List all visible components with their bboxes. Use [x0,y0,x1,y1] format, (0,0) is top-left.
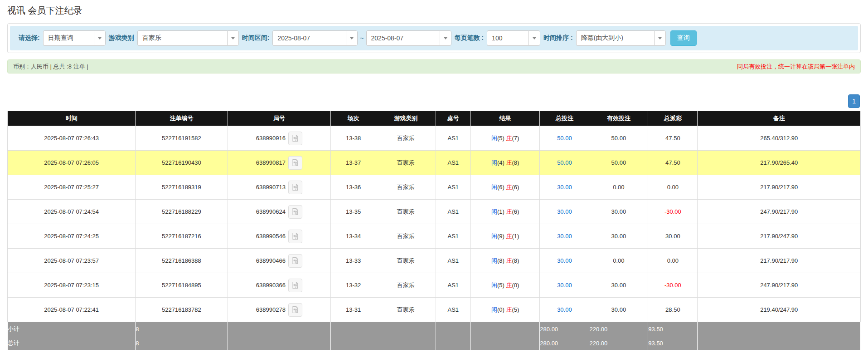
video-replay-button[interactable] [288,181,302,194]
video-replay-button[interactable] [288,254,302,268]
col-game-category: 游戏类别 [376,111,436,126]
table-row: 2025-08-07 07:24:25 522716187216 6389905… [8,224,861,249]
round-cell: 638990916 [228,126,331,151]
time-sort-select[interactable]: 降冪(由大到小) [576,30,666,46]
total-bet-link[interactable]: 50.00 [540,151,589,175]
game-category-label: 游戏类别 [109,34,134,42]
table-number: AS1 [436,151,470,175]
result-cell: 闲(8) 庄(8) [470,249,539,273]
chevron-down-icon[interactable] [227,30,239,46]
session: 13-31 [331,298,376,322]
date-from-value: 2025-08-07 [272,30,346,46]
bet-records-table: 时间 注单编号 局号 场次 游戏类别 桌号 结果 总投注 有效投注 总派彩 备注… [7,111,861,350]
table-body: 2025-08-07 07:26:43 522716191582 6389909… [8,126,861,322]
table-row: 2025-08-07 07:22:41 522716183782 6389902… [8,298,861,322]
session: 13-34 [331,224,376,249]
banker-result: 庄 [506,233,512,240]
result-cell: 闲(6) 庄(6) [470,175,539,200]
chevron-down-icon[interactable] [529,30,540,46]
player-result: 闲 [491,159,497,166]
chevron-down-icon[interactable] [440,30,451,46]
remark: 217.90/247.90 [698,224,861,249]
session: 13-38 [331,126,376,151]
table-row: 2025-08-07 07:26:05 522716190430 6389908… [8,151,861,175]
empty-cell [331,336,376,350]
video-file-icon [291,159,299,167]
video-replay-button[interactable] [288,303,302,317]
banker-result: 庄 [506,257,512,264]
banker-score: (0) [512,282,519,289]
bet-time: 2025-08-07 07:26:43 [8,126,136,151]
page-size-select[interactable]: 100 [487,30,540,46]
remark: 217.90/217.90 [698,175,861,200]
banker-score: (8) [512,159,519,166]
banker-score: (5) [512,306,519,313]
subtotal-row: 小计 8 280.00 220.00 93.50 [8,322,861,336]
empty-cell [698,322,861,336]
banker-score: (6) [512,208,519,215]
remark: 217.90/217.90 [698,249,861,273]
total-row: 总计 8 280.00 220.00 93.50 [8,336,861,350]
video-replay-button[interactable] [288,132,302,145]
date-to-select[interactable]: 2025-08-07 [366,30,451,46]
remark: 265.40/312.90 [698,126,861,151]
search-button[interactable]: 查询 [670,30,697,46]
payout: -30.00 [648,273,698,298]
round-id: 638990713 [256,184,286,191]
round-cell: 638990817 [228,151,331,175]
round-cell: 638990624 [228,200,331,224]
round-id: 638990466 [256,257,286,264]
empty-cell [228,336,331,350]
info-bar: 币别：人民币 | 总共 :8 注单 | 同局有效投注，统一计算在该局第一张注单内 [7,59,861,74]
total-label: 总计 [8,336,136,350]
total-bet-link[interactable]: 30.00 [540,298,589,322]
table-number: AS1 [436,126,470,151]
table-row: 2025-08-07 07:24:54 522716188229 6389906… [8,200,861,224]
player-result: 闲 [491,306,497,313]
empty-cell [470,322,539,336]
game-category: 百家乐 [376,298,436,322]
game-category-select[interactable]: 百家乐 [137,30,239,46]
banker-result: 庄 [506,184,512,191]
chevron-down-icon[interactable] [346,30,358,46]
total-bet-link[interactable]: 30.00 [540,249,589,273]
session: 13-35 [331,200,376,224]
video-replay-button[interactable] [288,279,302,292]
total-bet-link[interactable]: 30.00 [540,200,589,224]
col-valid-bet: 有效投注 [589,111,648,126]
video-file-icon [291,257,299,265]
time-sort-value: 降冪(由大到小) [576,30,654,46]
video-file-icon [291,134,299,142]
table-number: AS1 [436,224,470,249]
empty-cell [436,336,470,350]
date-from-select[interactable]: 2025-08-07 [272,30,358,46]
page-1-button[interactable]: 1 [848,94,860,108]
bet-id: 522716184895 [136,273,228,298]
valid-bet: 30.00 [589,298,648,322]
video-replay-button[interactable] [288,205,302,219]
table-header-row: 时间 注单编号 局号 场次 游戏类别 桌号 结果 总投注 有效投注 总派彩 备注 [8,111,861,126]
table-row: 2025-08-07 07:26:43 522716191582 6389909… [8,126,861,151]
chevron-down-icon[interactable] [654,30,666,46]
remark: 247.90/217.90 [698,273,861,298]
valid-bet: 30.00 [589,224,648,249]
table-row: 2025-08-07 07:23:57 522716186388 6389904… [8,249,861,273]
video-replay-button[interactable] [288,230,302,243]
total-bet-link[interactable]: 30.00 [540,224,589,249]
payout: -30.00 [648,200,698,224]
total-bet-link[interactable]: 50.00 [540,126,589,151]
total-bet-link[interactable]: 30.00 [540,273,589,298]
round-id: 638990916 [256,135,286,142]
pagination: 1 [7,94,860,108]
banker-score: (8) [512,257,519,264]
bet-time: 2025-08-07 07:23:15 [8,273,136,298]
video-file-icon [291,306,299,314]
round-id: 638990817 [256,159,286,166]
total-bet-link[interactable]: 30.00 [540,175,589,200]
col-time: 时间 [8,111,136,126]
chevron-down-icon[interactable] [94,30,106,46]
video-replay-button[interactable] [288,156,302,170]
table-number: AS1 [436,200,470,224]
result-cell: 闲(0) 庄(5) [470,298,539,322]
query-type-select[interactable]: 日期查询 [43,30,106,46]
